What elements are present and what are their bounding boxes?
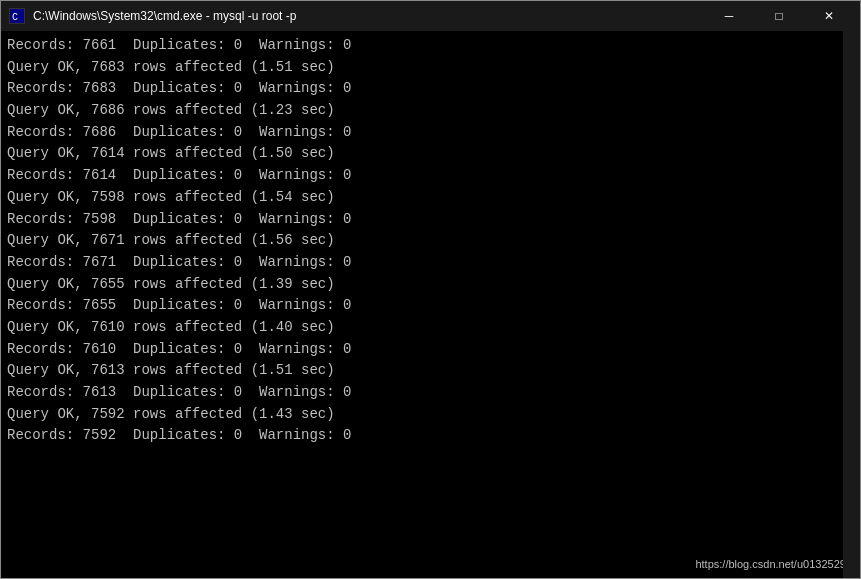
watermark: https://blog.csdn.net/u01325296 bbox=[695, 558, 852, 570]
console-line: Query OK, 7598 rows affected (1.54 sec) bbox=[7, 187, 854, 209]
console-line: Records: 7686 Duplicates: 0 Warnings: 0 bbox=[7, 122, 854, 144]
close-button[interactable]: ✕ bbox=[806, 1, 852, 31]
window-controls: ─ □ ✕ bbox=[706, 1, 852, 31]
console-line: Records: 7661 Duplicates: 0 Warnings: 0 bbox=[7, 35, 854, 57]
console-line: Records: 7614 Duplicates: 0 Warnings: 0 bbox=[7, 165, 854, 187]
console-line: Records: 7671 Duplicates: 0 Warnings: 0 bbox=[7, 252, 854, 274]
console-line: Query OK, 7671 rows affected (1.56 sec) bbox=[7, 230, 854, 252]
window-title: C:\Windows\System32\cmd.exe - mysql -u r… bbox=[33, 9, 296, 23]
console-output: Records: 7661 Duplicates: 0 Warnings: 0Q… bbox=[7, 35, 854, 447]
console-line: Query OK, 7686 rows affected (1.23 sec) bbox=[7, 100, 854, 122]
title-bar: C C:\Windows\System32\cmd.exe - mysql -u… bbox=[1, 1, 860, 31]
scrollbar[interactable] bbox=[843, 31, 860, 578]
console-body: Records: 7661 Duplicates: 0 Warnings: 0Q… bbox=[1, 31, 860, 578]
title-bar-left: C C:\Windows\System32\cmd.exe - mysql -u… bbox=[9, 8, 296, 24]
console-line: Records: 7655 Duplicates: 0 Warnings: 0 bbox=[7, 295, 854, 317]
console-line: Records: 7610 Duplicates: 0 Warnings: 0 bbox=[7, 339, 854, 361]
minimize-button[interactable]: ─ bbox=[706, 1, 752, 31]
svg-text:C: C bbox=[12, 12, 18, 23]
console-line: Query OK, 7613 rows affected (1.51 sec) bbox=[7, 360, 854, 382]
cmd-window: C C:\Windows\System32\cmd.exe - mysql -u… bbox=[0, 0, 861, 579]
console-line: Query OK, 7592 rows affected (1.43 sec) bbox=[7, 404, 854, 426]
console-line: Records: 7592 Duplicates: 0 Warnings: 0 bbox=[7, 425, 854, 447]
console-line: Query OK, 7614 rows affected (1.50 sec) bbox=[7, 143, 854, 165]
maximize-button[interactable]: □ bbox=[756, 1, 802, 31]
console-line: Records: 7598 Duplicates: 0 Warnings: 0 bbox=[7, 209, 854, 231]
cmd-icon: C bbox=[9, 8, 25, 24]
console-line: Query OK, 7610 rows affected (1.40 sec) bbox=[7, 317, 854, 339]
console-line: Query OK, 7683 rows affected (1.51 sec) bbox=[7, 57, 854, 79]
console-line: Records: 7683 Duplicates: 0 Warnings: 0 bbox=[7, 78, 854, 100]
console-line: Records: 7613 Duplicates: 0 Warnings: 0 bbox=[7, 382, 854, 404]
console-line: Query OK, 7655 rows affected (1.39 sec) bbox=[7, 274, 854, 296]
